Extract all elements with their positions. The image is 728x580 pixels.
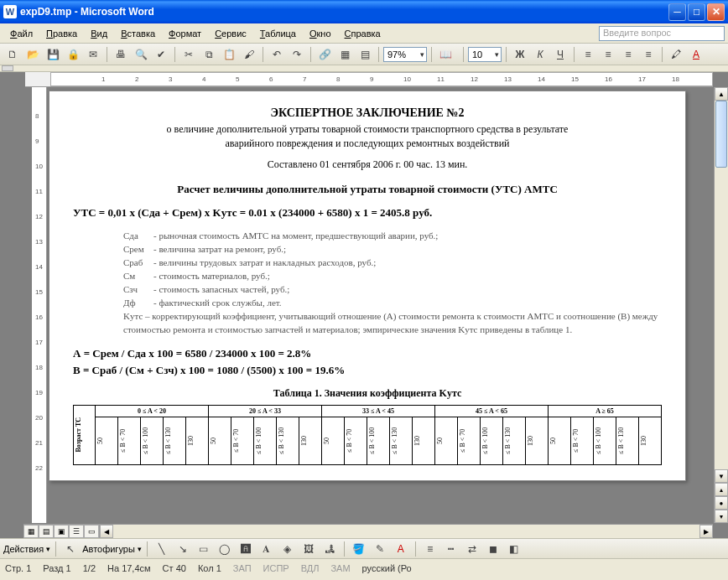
- redo-icon[interactable]: ↷: [288, 45, 306, 64]
- format-painter-icon[interactable]: 🖌: [240, 45, 258, 64]
- line-style-icon[interactable]: ≡: [421, 540, 439, 558]
- textbox-icon[interactable]: 🅰: [237, 540, 255, 558]
- calc-a: А = Cрем / Сда x 100 = 6580 / 234000 x 1…: [73, 347, 662, 360]
- 3d-icon[interactable]: ◧: [505, 540, 523, 558]
- highlight-icon[interactable]: 🖍: [667, 45, 685, 64]
- doc-date: Составлено 01 сентября 2006 г. 00 час. 1…: [73, 158, 662, 171]
- bold-icon[interactable]: Ж: [511, 45, 529, 64]
- font-color-icon-2[interactable]: A: [392, 540, 410, 558]
- menu-table[interactable]: Таблица: [253, 27, 303, 40]
- preview-icon[interactable]: 🔍: [132, 45, 150, 64]
- select-arrow-icon[interactable]: ↖: [61, 540, 80, 558]
- permission-icon[interactable]: 🔒: [64, 45, 82, 64]
- line-icon[interactable]: ╲: [153, 540, 171, 558]
- status-ovr[interactable]: ЗАМ: [330, 563, 350, 573]
- clipart-icon[interactable]: 🖼: [299, 540, 318, 558]
- paste-icon[interactable]: 📋: [220, 45, 238, 64]
- horizontal-ruler[interactable]: 123 456 789 101112 131415 161718: [25, 72, 713, 87]
- diagram-icon[interactable]: ◈: [278, 540, 297, 558]
- scroll-right-button[interactable]: ▶: [699, 525, 713, 538]
- menu-format[interactable]: Формат: [162, 27, 208, 40]
- read-icon[interactable]: 📖: [436, 45, 455, 64]
- help-search-input[interactable]: Введите вопрос: [599, 26, 725, 41]
- wordart-icon[interactable]: 𝐀: [257, 540, 276, 558]
- status-trk[interactable]: ИСПР: [263, 563, 289, 573]
- prev-page-button[interactable]: ▴: [715, 483, 728, 496]
- outline-view-button[interactable]: ☰: [69, 525, 84, 538]
- picture-icon[interactable]: 🏞: [320, 540, 339, 558]
- save-icon[interactable]: 💾: [44, 45, 62, 64]
- vertical-ruler[interactable]: 8910 111213 141516 171819 202122: [32, 87, 47, 523]
- reading-view-button[interactable]: ▭: [84, 525, 99, 538]
- doc-subtitle-1: о величине дополнительной утраты товарно…: [73, 123, 662, 136]
- mail-icon[interactable]: ✉: [84, 45, 102, 64]
- status-rec[interactable]: ЗАП: [233, 563, 252, 573]
- status-ext[interactable]: ВДЛ: [301, 563, 320, 573]
- hyperlink-icon[interactable]: 🔗: [315, 45, 334, 64]
- align-center-icon[interactable]: ≡: [599, 45, 617, 64]
- undo-icon[interactable]: ↶: [268, 45, 286, 64]
- scroll-down-button[interactable]: ▼: [715, 469, 728, 483]
- scroll-up-button[interactable]: ▲: [715, 87, 728, 101]
- status-lang[interactable]: русский (Ро: [362, 563, 412, 573]
- dash-style-icon[interactable]: ┅: [442, 540, 460, 558]
- justify-icon[interactable]: ≡: [639, 45, 658, 64]
- open-icon[interactable]: 📂: [23, 45, 42, 64]
- autoshapes[interactable]: Автофигуры: [82, 544, 135, 554]
- print-icon[interactable]: 🖶: [112, 45, 130, 64]
- status-line: Ст 40: [163, 563, 186, 573]
- fontsize-combo[interactable]: 10: [468, 47, 502, 62]
- underline-icon[interactable]: Ч: [551, 45, 569, 64]
- shadow-icon[interactable]: ◼: [484, 540, 502, 558]
- menu-window[interactable]: Окно: [303, 27, 338, 40]
- standard-toolbar: 🗋 📂 💾 🔒 ✉ 🖶 🔍 ✔ ✂ ⧉ 📋 🖌 ↶ ↷ 🔗 ▦ ▤ 97% 📖 …: [0, 44, 728, 65]
- font-color-icon[interactable]: A: [687, 45, 705, 64]
- status-col: Кол 1: [198, 563, 221, 573]
- app-icon: W: [3, 5, 17, 18]
- table-caption: Таблица 1. Значения коэффициента Kутс: [73, 387, 662, 400]
- normal-view-button[interactable]: ▦: [23, 525, 39, 538]
- drawing-toolbar: Действия▾ ↖ Автофигуры▾ ╲ ↘ ▭ ◯ 🅰 𝐀 ◈ 🖼 …: [0, 538, 728, 558]
- zoom-combo[interactable]: 97%: [383, 47, 427, 62]
- copy-icon[interactable]: ⧉: [200, 45, 218, 64]
- maximize-button[interactable]: □: [688, 3, 705, 21]
- document-page[interactable]: ЭКСПЕРТНОЕ ЗАКЛЮЧЕНИЕ №2 о величине допо…: [49, 91, 686, 481]
- menu-view[interactable]: Вид: [84, 27, 114, 40]
- draw-actions[interactable]: Действия: [3, 544, 44, 554]
- align-left-icon[interactable]: ≡: [579, 45, 597, 64]
- rectangle-icon[interactable]: ▭: [195, 540, 213, 558]
- spellcheck-icon[interactable]: ✔: [152, 45, 170, 64]
- hscroll-track[interactable]: [113, 525, 699, 538]
- fill-color-icon[interactable]: 🪣: [350, 540, 368, 558]
- arrow-style-icon[interactable]: ⇄: [463, 540, 481, 558]
- print-view-button[interactable]: ▣: [54, 525, 69, 538]
- table-grid-icon[interactable]: ▦: [335, 45, 354, 64]
- web-view-button[interactable]: ▤: [39, 525, 54, 538]
- new-doc-icon[interactable]: 🗋: [3, 45, 22, 64]
- status-bar: Стр. 1 Разд 1 1/2 На 17,4см Ст 40 Кол 1 …: [0, 558, 728, 577]
- tab-stop-left[interactable]: [2, 65, 13, 71]
- title-bar: W expD9.tmp - Microsoft Word ─ □ ✕: [0, 0, 728, 23]
- menu-file[interactable]: Файл: [3, 27, 39, 40]
- line-color-icon[interactable]: ✎: [371, 540, 389, 558]
- scroll-thumb[interactable]: [715, 101, 727, 168]
- oval-icon[interactable]: ◯: [216, 540, 234, 558]
- doc-formula: УТС = 0,01 x (Cда + Cрем) x Kутс = 0.01 …: [73, 206, 662, 220]
- italic-icon[interactable]: К: [531, 45, 549, 64]
- next-page-button[interactable]: ▾: [715, 510, 728, 523]
- browse-object-button[interactable]: ●: [715, 496, 728, 510]
- minimize-button[interactable]: ─: [668, 3, 686, 21]
- arrow-icon[interactable]: ↘: [174, 540, 192, 558]
- cut-icon[interactable]: ✂: [179, 45, 198, 64]
- menu-help[interactable]: Справка: [338, 27, 387, 40]
- align-right-icon[interactable]: ≡: [619, 45, 637, 64]
- close-button[interactable]: ✕: [707, 3, 725, 21]
- status-page: Стр. 1: [5, 563, 31, 573]
- scroll-left-button[interactable]: ◀: [100, 525, 113, 538]
- menu-insert[interactable]: Вставка: [114, 27, 162, 40]
- insert-table-icon[interactable]: ▤: [356, 45, 374, 64]
- menu-tools[interactable]: Сервис: [208, 27, 253, 40]
- vertical-scrollbar[interactable]: ▲ ▼ ▴ ● ▾: [714, 87, 728, 523]
- doc-title: ЭКСПЕРТНОЕ ЗАКЛЮЧЕНИЕ №2: [73, 106, 662, 120]
- menu-edit[interactable]: Правка: [39, 27, 84, 40]
